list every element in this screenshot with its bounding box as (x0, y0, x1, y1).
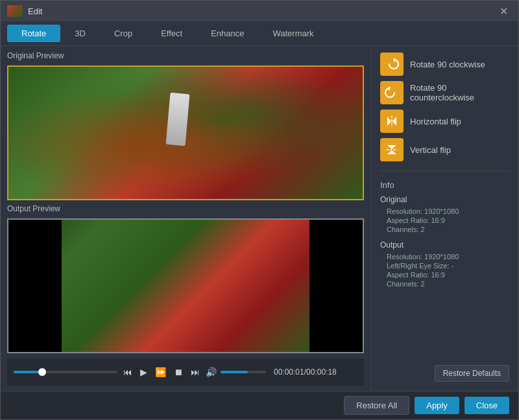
volume-fill (221, 371, 248, 373)
svg-marker-3 (392, 117, 396, 126)
original-group-title: Original (380, 195, 509, 204)
window-icon (7, 5, 23, 17)
playback-bar: ⏮ ▶ ⏩ ⏹ ⏭ 🔊 00:00:01/00:00:18 (7, 358, 364, 386)
flip-h-label: Horizontal flip (410, 117, 461, 126)
output-preview-image (8, 220, 363, 352)
original-channels: Channels: 2 (380, 225, 509, 234)
output-aspect-ratio: Aspect Ratio: 16:9 (380, 270, 509, 279)
tab-enhance[interactable]: Enhance (197, 25, 258, 42)
original-resolution: Resolution: 1920*1080 (380, 207, 509, 216)
right-panel: Rotate 90 clockwise Rotate 90 counterclo… (370, 46, 518, 391)
skip-start-button[interactable]: ⏮ (121, 366, 134, 379)
output-preview-label: Output Preview (7, 204, 364, 213)
output-info-group: Output Resolution: 1920*1080 Left/Right … (380, 240, 509, 288)
original-aspect-ratio: Aspect Ratio: 16:9 (380, 216, 509, 225)
time-display: 00:00:01/00:00:18 (274, 368, 337, 377)
restore-all-button[interactable]: Restore All (344, 396, 409, 415)
svg-marker-5 (387, 145, 396, 149)
svg-marker-6 (387, 150, 396, 154)
rotate-ccw-icon (380, 81, 404, 104)
window-title: Edit (28, 6, 42, 16)
restore-defaults-button[interactable]: Restore Defaults (435, 365, 509, 382)
output-preview-box (7, 218, 364, 353)
window-close-button[interactable]: ✕ (496, 4, 512, 19)
flip-v-item[interactable]: Vertical flip (380, 138, 509, 161)
rotate-cw-icon (380, 52, 404, 76)
seek-bar-fill (14, 371, 40, 373)
svg-marker-1 (387, 86, 390, 91)
tab-crop[interactable]: Crop (100, 25, 147, 42)
left-panel: Original Preview Output Preview ⏮ ▶ ⏩ ⏹ (1, 46, 370, 391)
bottom-bar: Restore All Apply Close (1, 391, 518, 419)
output-resolution: Resolution: 1920*1080 (380, 252, 509, 261)
tab-watermark[interactable]: Watermark (258, 25, 328, 42)
flip-h-item[interactable]: Horizontal flip (380, 110, 509, 133)
apply-button[interactable]: Apply (415, 397, 459, 414)
edit-window: Edit ✕ Rotate 3D Crop Effect Enhance Wat… (0, 0, 519, 420)
title-bar-left: Edit (7, 5, 42, 17)
flip-h-icon (380, 110, 404, 133)
rotate-cw-label: Rotate 90 clockwise (410, 60, 485, 69)
rotate-ccw-label: Rotate 90 counterclockwise (410, 83, 509, 102)
divider (380, 170, 509, 171)
rotate-cw-item[interactable]: Rotate 90 clockwise (380, 52, 509, 76)
skip-end-button[interactable]: ⏭ (189, 366, 202, 379)
rotate-options: Rotate 90 clockwise Rotate 90 counterclo… (380, 52, 509, 161)
seek-handle (38, 368, 46, 376)
play-button[interactable]: ▶ (138, 366, 149, 379)
output-eye-size: Left/Right Eye Size: - (380, 261, 509, 270)
flip-v-label: Vertical flip (410, 145, 451, 155)
seek-bar[interactable] (14, 371, 117, 373)
info-section: Info Original Resolution: 1920*1080 Aspe… (380, 180, 509, 358)
volume-icon: 🔊 (206, 367, 217, 377)
original-info-group: Original Resolution: 1920*1080 Aspect Ra… (380, 195, 509, 234)
main-content: Original Preview Output Preview ⏮ ▶ ⏩ ⏹ (1, 46, 518, 391)
rotate-ccw-item[interactable]: Rotate 90 counterclockwise (380, 81, 509, 104)
flip-v-icon (380, 138, 404, 161)
original-preview-image (8, 67, 363, 199)
tab-effect[interactable]: Effect (147, 25, 197, 42)
close-button[interactable]: Close (465, 397, 509, 414)
fast-forward-button[interactable]: ⏩ (153, 366, 168, 379)
original-preview-label: Original Preview (7, 51, 364, 60)
output-group-title: Output (380, 240, 509, 250)
tab-bar: Rotate 3D Crop Effect Enhance Watermark (1, 21, 518, 46)
title-bar: Edit ✕ (1, 1, 518, 21)
info-title: Info (380, 180, 509, 190)
tab-3d[interactable]: 3D (60, 25, 100, 42)
svg-marker-2 (387, 117, 391, 126)
volume-bar[interactable] (221, 371, 266, 373)
tab-rotate[interactable]: Rotate (7, 25, 60, 42)
svg-marker-0 (394, 58, 396, 62)
original-preview-box (7, 65, 364, 200)
stop-button[interactable]: ⏹ (172, 366, 185, 379)
output-channels: Channels: 2 (380, 279, 509, 288)
